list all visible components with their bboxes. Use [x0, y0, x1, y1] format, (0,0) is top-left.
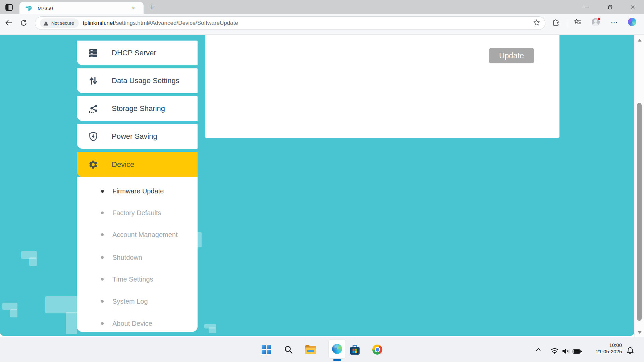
- decor-shape: [209, 327, 216, 333]
- sidebar-item-storage-sharing[interactable]: Storage Sharing: [77, 96, 198, 121]
- sidebar-item-label: Device: [112, 160, 134, 169]
- copilot-icon[interactable]: [628, 18, 636, 26]
- vertical-scrollbar[interactable]: [634, 35, 644, 337]
- browser-tab[interactable]: M7350 ×: [19, 2, 144, 14]
- url-text: tplinkmifi.net/settings.html#Advanced/De…: [83, 20, 238, 26]
- tab-actions-menu-icon[interactable]: [5, 3, 13, 12]
- sidebar-item-power-saving[interactable]: Power Saving: [77, 124, 198, 149]
- up-down-arrows-icon: [88, 76, 98, 86]
- settings-menu-icon[interactable]: ⋯: [610, 17, 619, 27]
- volume-icon[interactable]: [561, 346, 571, 356]
- security-badge[interactable]: Not secure: [40, 18, 79, 28]
- sidebar-item-label: Storage Sharing: [112, 104, 165, 113]
- file-explorer-icon[interactable]: [305, 345, 315, 355]
- edge-active-indicator: [333, 359, 341, 361]
- decor-shape: [197, 232, 202, 247]
- sidebar-item-data-usage-settings[interactable]: Data Usage Settings: [77, 68, 198, 93]
- page-content: Update DHCP Server Data Usage Settings S…: [0, 35, 644, 337]
- tab-title: M7350: [38, 5, 53, 11]
- submenu-item-time-settings[interactable]: Time Settings: [77, 275, 198, 284]
- tab-close-icon[interactable]: ×: [130, 5, 137, 11]
- submenu-item-system-log[interactable]: System Log: [77, 297, 198, 306]
- submenu-item-account-management[interactable]: Account Management: [77, 230, 198, 239]
- address-bar[interactable]: Not secure tplinkmifi.net/settings.html#…: [35, 16, 545, 30]
- microsoft-store-icon[interactable]: [350, 345, 360, 355]
- bullet-icon: [101, 322, 104, 325]
- window-restore-button[interactable]: [602, 0, 618, 14]
- scroll-down-arrow-icon[interactable]: [638, 331, 642, 334]
- scroll-up-arrow-icon[interactable]: [638, 39, 642, 42]
- toolbar-divider: [567, 21, 567, 28]
- security-label: Not secure: [51, 20, 74, 26]
- gear-icon: [88, 160, 98, 170]
- favorites-icon[interactable]: [573, 17, 582, 27]
- firmware-update-panel: Update: [205, 35, 559, 138]
- wifi-icon[interactable]: [549, 346, 559, 356]
- clock-time: 10:00: [582, 342, 622, 348]
- shield-bolt-icon: [88, 131, 98, 141]
- window-minimize-button[interactable]: [579, 0, 594, 14]
- scrollbar-thumb[interactable]: [637, 103, 642, 321]
- sidebar-item-label: DHCP Server: [112, 49, 156, 57]
- extensions-icon[interactable]: [551, 17, 560, 27]
- clock-date: 21-05-2025: [582, 348, 622, 355]
- refresh-icon[interactable]: [19, 18, 28, 27]
- browser-toolbar: Not secure tplinkmifi.net/settings.html#…: [0, 14, 644, 35]
- submenu-item-firmware-update[interactable]: Firmware Update: [77, 187, 198, 195]
- submenu-item-factory-defaults[interactable]: Factory Defaults: [77, 208, 198, 217]
- decor-shape: [29, 257, 37, 266]
- start-button-icon[interactable]: [261, 345, 271, 355]
- submenu-item-shutdown[interactable]: Shutdown: [77, 253, 198, 262]
- search-icon[interactable]: [283, 345, 293, 355]
- window-close-button[interactable]: [625, 0, 640, 14]
- url-host: tplinkmifi.net: [83, 20, 114, 26]
- device-submenu-panel: Firmware Update Factory Defaults Account…: [77, 177, 198, 332]
- windows-taskbar: 10:00 21-05-2025: [0, 337, 644, 362]
- bullet-icon: [101, 233, 104, 236]
- sidebar-item-label: Data Usage Settings: [112, 76, 179, 85]
- notification-bell-icon[interactable]: [625, 346, 635, 356]
- server-icon: [88, 48, 98, 58]
- sidebar-item-dhcp-server[interactable]: DHCP Server: [77, 41, 198, 65]
- tray-chevron-icon[interactable]: [533, 347, 543, 352]
- bookmark-star-icon[interactable]: [533, 19, 540, 27]
- share-nodes-icon: [88, 104, 98, 114]
- url-path: /settings.html#Advanced/Device/SoftwareU…: [114, 20, 238, 26]
- bullet-icon: [101, 278, 104, 281]
- bullet-icon: [101, 256, 104, 259]
- notification-dot: [597, 17, 600, 20]
- decor-shape: [10, 309, 17, 317]
- decor-shape: [45, 296, 77, 313]
- submenu-item-about-device[interactable]: About Device: [77, 319, 198, 328]
- browser-tab-strip: M7350 × +: [0, 0, 644, 14]
- back-icon[interactable]: [4, 18, 13, 27]
- edge-browser-icon[interactable]: [332, 344, 342, 354]
- chrome-icon[interactable]: [372, 345, 382, 355]
- sidebar-item-device[interactable]: Device: [77, 152, 198, 177]
- new-tab-button[interactable]: +: [148, 3, 156, 12]
- profile-avatar[interactable]: [592, 18, 600, 26]
- update-button[interactable]: Update: [489, 48, 534, 63]
- bullet-icon: [101, 190, 104, 193]
- tplink-favicon: [25, 5, 32, 11]
- warning-triangle-icon: [43, 21, 49, 26]
- battery-icon[interactable]: [573, 349, 581, 354]
- bullet-icon: [101, 212, 104, 214]
- bullet-icon: [101, 300, 104, 303]
- taskbar-clock[interactable]: 10:00 21-05-2025: [582, 342, 622, 355]
- decor-shape: [66, 312, 77, 334]
- sidebar-item-label: Power Saving: [112, 132, 157, 141]
